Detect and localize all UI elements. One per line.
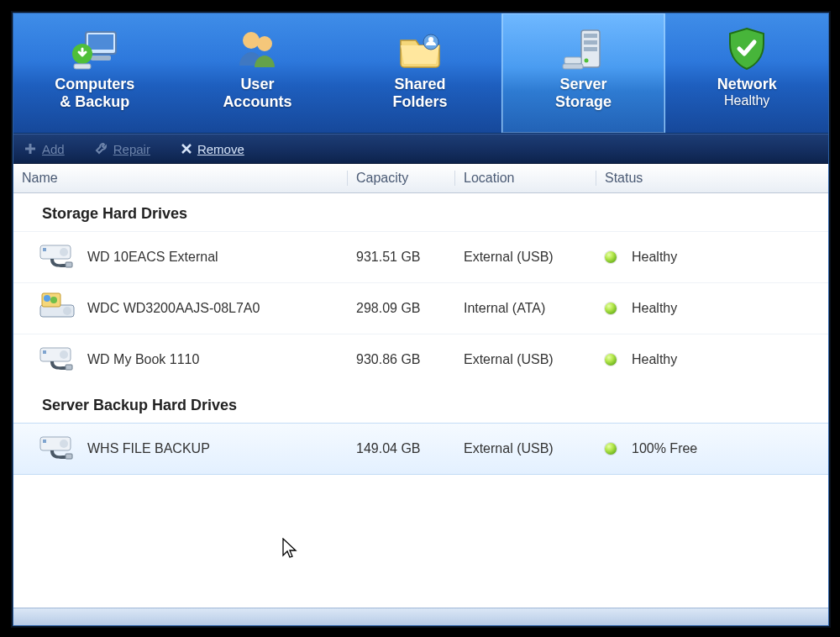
drive-capacity: 930.86 GB [348, 352, 455, 367]
drive-row[interactable]: WHS FILE BACKUP 149.04 GB External (USB)… [13, 423, 828, 475]
remove-button[interactable]: Remove [176, 140, 249, 158]
add-label: Add [42, 142, 65, 156]
server-icon [502, 22, 665, 76]
nav-label-line1: Shared [339, 76, 501, 93]
drive-status: Healthy [632, 352, 677, 367]
col-capacity[interactable]: Capacity [348, 171, 455, 186]
svg-point-17 [60, 248, 68, 256]
add-icon [24, 142, 37, 155]
nav-shield[interactable]: Network Healthy [665, 13, 828, 133]
drive-icon [39, 432, 76, 466]
drive-name: WDC WD3200AAJS-08L7A0 [87, 301, 260, 316]
svg-point-26 [60, 350, 68, 359]
drive-status: 100% Free [632, 441, 697, 456]
drive-row[interactable]: WD My Book 1110 930.86 GB External (USB)… [13, 334, 828, 385]
svg-point-6 [257, 36, 272, 51]
group-header: Server Backup Hard Drives [13, 385, 828, 423]
wrench-icon [95, 142, 108, 155]
group-header: Storage Hard Drives [13, 193, 828, 231]
svg-rect-11 [584, 40, 597, 45]
column-header: Name Capacity Location Status [13, 164, 828, 193]
drive-row[interactable]: WD 10EACS External 931.51 GB External (U… [13, 231, 828, 282]
nav-label-line2: Accounts [176, 93, 339, 111]
window-footer [13, 608, 828, 625]
nav-users[interactable]: User Accounts [176, 13, 339, 133]
svg-rect-18 [43, 248, 46, 251]
svg-rect-10 [584, 34, 597, 38]
nav-label-line1: Computers [13, 76, 176, 93]
users-icon [176, 22, 339, 76]
svg-rect-31 [43, 440, 46, 443]
svg-point-23 [44, 295, 50, 302]
drive-name: WD My Book 1110 [87, 352, 199, 367]
shield-icon [665, 22, 828, 76]
status-indicator-icon [605, 354, 617, 366]
nav-label-line1: User [176, 76, 339, 93]
repair-button[interactable]: Repair [90, 140, 155, 158]
drive-capacity: 298.09 GB [348, 301, 455, 316]
svg-rect-12 [584, 47, 597, 51]
svg-rect-14 [564, 57, 581, 64]
drive-capacity: 149.04 GB [348, 441, 455, 456]
drive-icon [39, 292, 76, 325]
nav-server[interactable]: Server Storage [501, 13, 666, 133]
drive-capacity: 931.51 GB [348, 250, 455, 265]
svg-rect-1 [88, 34, 113, 50]
nav-folders[interactable]: Shared Folders [339, 13, 501, 133]
drive-name: WHS FILE BACKUP [87, 441, 210, 456]
col-location[interactable]: Location [455, 171, 596, 186]
svg-point-5 [243, 32, 260, 49]
drive-row[interactable]: WDC WD3200AAJS-08L7A0 298.09 GB Internal… [13, 282, 828, 334]
close-icon [181, 143, 192, 155]
status-indicator-icon [605, 443, 617, 455]
svg-point-30 [60, 440, 68, 448]
svg-rect-2 [91, 55, 111, 61]
nav-computers[interactable]: Computers & Backup [13, 13, 176, 133]
col-name[interactable]: Name [13, 171, 348, 186]
status-indicator-icon [605, 303, 617, 314]
computers-icon [13, 22, 176, 76]
drive-status: Healthy [632, 250, 677, 265]
svg-rect-19 [66, 262, 72, 267]
repair-label: Repair [113, 142, 150, 156]
drive-location: External (USB) [455, 250, 596, 265]
svg-rect-27 [43, 350, 46, 354]
svg-rect-28 [66, 365, 72, 370]
drive-list: Storage Hard Drives WD 10EACS External 9… [13, 193, 828, 608]
svg-rect-32 [66, 454, 72, 459]
remove-label: Remove [197, 142, 244, 156]
add-button[interactable]: Add [18, 140, 70, 158]
drive-status: Healthy [632, 301, 677, 316]
svg-point-13 [584, 59, 588, 63]
nav-label-line2: Folders [339, 93, 501, 111]
drive-location: External (USB) [455, 352, 596, 367]
nav-label-line2: & Backup [13, 93, 176, 111]
main-nav: Computers & Backup User Accounts Shared … [13, 13, 828, 134]
whs-console-window: Computers & Backup User Accounts Shared … [13, 13, 829, 626]
drive-icon [39, 240, 76, 274]
nav-label-line1: Network [665, 76, 828, 93]
drive-location: External (USB) [455, 441, 596, 456]
drive-icon [39, 343, 76, 376]
svg-point-21 [63, 307, 71, 315]
status-indicator-icon [605, 251, 617, 263]
svg-rect-4 [74, 64, 91, 69]
nav-label-line2: Healthy [665, 93, 828, 108]
drive-location: Internal (ATA) [455, 301, 596, 316]
folders-icon [339, 22, 501, 76]
nav-label-line1: Server [502, 76, 665, 93]
col-status[interactable]: Status [596, 171, 828, 186]
svg-point-24 [50, 297, 57, 303]
drive-name: WD 10EACS External [87, 250, 218, 265]
nav-label-line2: Storage [502, 93, 665, 111]
action-toolbar: Add Repair Remove [13, 134, 828, 164]
svg-rect-15 [563, 64, 583, 69]
